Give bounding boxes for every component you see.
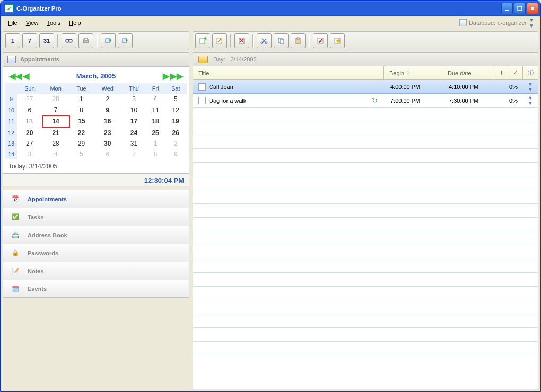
calendar-day[interactable]: 13	[17, 115, 42, 127]
menu-tools[interactable]: Tools	[42, 18, 65, 28]
calendar-month-title[interactable]: March, 2005	[76, 72, 116, 80]
empty-row[interactable]	[193, 314, 538, 328]
empty-row[interactable]	[193, 204, 538, 218]
titlebar[interactable]: ✓ C-Organizer Pro	[1, 1, 540, 16]
calendar-day[interactable]: 24	[121, 127, 146, 138]
empty-row[interactable]	[193, 108, 538, 121]
calendar-day[interactable]: 14	[42, 115, 69, 127]
calendar-day[interactable]: 9	[93, 104, 121, 115]
calendar-day[interactable]: 12	[165, 104, 187, 115]
empty-row[interactable]	[193, 328, 538, 342]
calendar-day[interactable]: 20	[17, 127, 42, 138]
calendar-day[interactable]: 1	[146, 138, 165, 149]
menu-view[interactable]: View	[22, 18, 43, 28]
calendar-day[interactable]: 8	[146, 149, 165, 159]
calendar-day[interactable]: 30	[93, 138, 121, 149]
calendar-day[interactable]: 1	[69, 94, 93, 104]
empty-row[interactable]	[193, 273, 538, 287]
week-number[interactable]: 11	[5, 115, 17, 127]
calendar-day[interactable]: 10	[121, 104, 146, 115]
view-day-button[interactable]: 1	[5, 33, 20, 48]
calendar-day[interactable]: 11	[146, 104, 165, 115]
calendar-day[interactable]: 21	[42, 127, 69, 138]
nav-item-events[interactable]: 🗓️Events	[3, 280, 189, 298]
view-month-button[interactable]: 31	[39, 33, 54, 48]
import-button[interactable]	[101, 33, 116, 48]
col-due[interactable]: Due date	[442, 66, 495, 79]
find-button[interactable]	[62, 33, 76, 48]
calendar-day[interactable]: 25	[146, 127, 165, 138]
col-priority[interactable]: !	[495, 66, 508, 79]
database-indicator[interactable]: Database: c-organizer ▼▼	[456, 17, 537, 29]
calendar-day[interactable]: 28	[42, 94, 69, 104]
calendar-day[interactable]: 27	[17, 138, 42, 149]
empty-row[interactable]	[193, 190, 538, 204]
complete-button[interactable]	[313, 33, 328, 48]
calendar-day[interactable]: 23	[93, 127, 121, 138]
calendar-day[interactable]: 31	[121, 138, 146, 149]
empty-row[interactable]	[193, 218, 538, 231]
calendar-day[interactable]: 22	[69, 127, 93, 138]
next-year-button[interactable]: ▶▶	[170, 71, 184, 81]
menu-file[interactable]: File	[4, 18, 22, 28]
empty-row[interactable]	[193, 163, 538, 176]
col-info[interactable]: ⓘ	[523, 66, 538, 79]
col-done[interactable]: ✓	[508, 66, 523, 79]
calendar-day[interactable]: 6	[93, 149, 121, 159]
appointment-row[interactable]: Call Joan4:00:00 PM4:10:00 PM0%▼▼	[193, 80, 538, 94]
calendar-day[interactable]: 3	[121, 94, 146, 104]
expand-button[interactable]: ▼▼	[523, 82, 538, 92]
export-button[interactable]	[118, 33, 133, 48]
calendar-day[interactable]: 7	[121, 149, 146, 159]
reminder-button[interactable]: ★	[330, 33, 345, 48]
empty-row[interactable]	[193, 342, 538, 355]
expand-button[interactable]: ▼▼	[523, 95, 538, 106]
col-title[interactable]: Title	[193, 66, 384, 79]
empty-row[interactable]	[193, 231, 538, 245]
edit-button[interactable]	[212, 33, 227, 48]
prev-year-button[interactable]: ◀◀	[8, 71, 22, 81]
col-begin[interactable]: Begin▽	[384, 66, 442, 79]
calendar-day[interactable]: 15	[69, 115, 93, 127]
empty-row[interactable]	[193, 121, 538, 135]
prev-month-button[interactable]: ◀	[22, 71, 30, 81]
empty-row[interactable]	[193, 287, 538, 300]
calendar-day[interactable]: 16	[93, 115, 121, 127]
calendar-day[interactable]: 5	[165, 94, 187, 104]
calendar-day[interactable]: 5	[69, 149, 93, 159]
appointment-row[interactable]: Dog for a walk↻7:00:00 PM7:30:00 PM0%▼▼	[193, 94, 538, 108]
calendar-day[interactable]: 4	[146, 94, 165, 104]
week-number[interactable]: 9	[5, 94, 17, 104]
week-number[interactable]: 14	[5, 149, 17, 159]
nav-item-passwords[interactable]: 🔒Passwords	[3, 244, 189, 262]
calendar-day[interactable]: 26	[165, 127, 187, 138]
calendar-day[interactable]: 6	[17, 104, 42, 115]
week-number[interactable]: 10	[5, 104, 17, 115]
new-button[interactable]: +	[195, 33, 210, 48]
calendar-day[interactable]: 8	[69, 104, 93, 115]
minimize-button[interactable]	[501, 3, 513, 14]
calendar-day[interactable]: 27	[17, 94, 42, 104]
calendar-day[interactable]: 18	[146, 115, 165, 127]
empty-row[interactable]	[193, 245, 538, 259]
next-month-button[interactable]: ▶	[162, 71, 170, 81]
empty-row[interactable]	[193, 135, 538, 149]
calendar-day[interactable]: 28	[42, 138, 69, 149]
nav-item-address-book[interactable]: 📇Address Book	[3, 226, 189, 244]
empty-row[interactable]	[193, 259, 538, 273]
maximize-button[interactable]	[514, 3, 526, 14]
copy-button[interactable]	[274, 33, 289, 48]
cut-button[interactable]	[257, 33, 272, 48]
nav-item-appointments[interactable]: 📅Appointments	[3, 190, 189, 208]
calendar-day[interactable]: 2	[165, 138, 187, 149]
view-week-button[interactable]: 7	[22, 33, 37, 48]
print-button[interactable]	[78, 33, 93, 48]
empty-row[interactable]	[193, 176, 538, 190]
empty-row[interactable]	[193, 149, 538, 163]
week-number[interactable]: 12	[5, 127, 17, 138]
close-button[interactable]	[527, 3, 538, 14]
calendar-day[interactable]: 19	[165, 115, 187, 127]
empty-row[interactable]	[193, 300, 538, 314]
delete-button[interactable]	[234, 33, 249, 48]
grid-body[interactable]: Call Joan4:00:00 PM4:10:00 PM0%▼▼Dog for…	[193, 80, 538, 389]
